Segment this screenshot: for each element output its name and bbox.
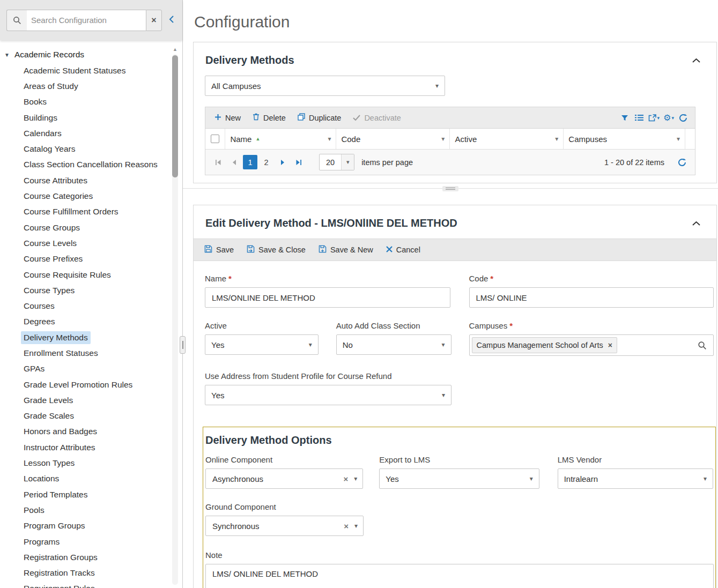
gear-icon[interactable]: ⚙ ▾	[662, 111, 675, 125]
sidebar-item[interactable]: Pools	[0, 502, 182, 518]
auto-add-class-section-dropdown[interactable]: No ▾	[336, 334, 451, 355]
export-icon[interactable]: ▾	[647, 111, 661, 125]
online-component-combobox[interactable]: Asynchronous × ▾	[205, 468, 363, 489]
sidebar-item[interactable]: Calendars	[0, 125, 182, 141]
search-clear-button[interactable]: ×	[146, 10, 162, 31]
note-textarea[interactable]: LMS/ ONLINE DEL METHOD	[205, 564, 714, 588]
sidebar-item[interactable]: Locations	[0, 471, 182, 487]
first-page-button[interactable]	[211, 155, 225, 169]
clear-icon[interactable]: ×	[344, 522, 349, 531]
sidebar-item[interactable]: Course Categories	[0, 188, 182, 204]
sidebar-item[interactable]: Course Attributes	[0, 173, 182, 188]
sidebar-item[interactable]: Grade Levels	[0, 392, 182, 408]
use-address-dropdown[interactable]: Yes ▾	[205, 385, 451, 405]
sidebar-item[interactable]: Areas of Study	[0, 78, 182, 94]
column-menu-icon[interactable]: ▾	[555, 135, 558, 143]
sidebar-item[interactable]: Catalog Years	[0, 141, 182, 157]
pager-refresh-icon[interactable]	[675, 155, 690, 170]
sidebar-item[interactable]: Course Fulfillment Orders	[0, 204, 182, 220]
column-label: Name	[230, 135, 251, 144]
ground-component-combobox[interactable]: Synchronous × ▾	[205, 516, 364, 536]
form-row: Use Address from Student Profile for Cou…	[205, 371, 714, 405]
ground-component-label: Ground Component	[205, 502, 364, 511]
previous-page-button[interactable]	[227, 155, 241, 169]
filter-icon[interactable]	[618, 111, 631, 125]
sidebar-item[interactable]: Grade Level Promotion Rules	[0, 377, 182, 392]
clear-icon[interactable]: ×	[344, 474, 349, 483]
cancel-button[interactable]: Cancel	[380, 239, 427, 260]
column-menu-icon[interactable]: ▾	[328, 135, 331, 143]
sidebar-item[interactable]: Programs	[0, 534, 182, 549]
delete-button[interactable]: Delete	[247, 107, 292, 128]
page-2-button[interactable]: 2	[259, 155, 273, 169]
save-button[interactable]: Save	[198, 239, 240, 260]
active-dropdown[interactable]: Yes ▾	[205, 334, 319, 355]
sidebar-item[interactable]: Courses	[0, 298, 182, 314]
sidebar-item[interactable]: Class Section Cancellation Reasons	[0, 157, 182, 173]
sidebar-scrollbar-thumb[interactable]	[172, 55, 178, 177]
column-menu-icon[interactable]: ▾	[677, 135, 680, 143]
column-header-code[interactable]: Code ▾	[336, 129, 450, 149]
sidebar-item[interactable]: Requirement Rules	[0, 581, 182, 588]
sidebar-item[interactable]: Course Requisite Rules	[0, 267, 182, 282]
sidebar-resize-handle[interactable]	[180, 336, 186, 354]
delivery-methods-panel: Delivery Methods All Campuses ▾ New	[193, 42, 717, 183]
tree-expand-icon[interactable]: ▼	[4, 52, 14, 58]
sidebar-item[interactable]: Books	[0, 94, 182, 110]
sidebar-item-delivery-methods[interactable]: Delivery Methods	[0, 330, 182, 345]
duplicate-button[interactable]: Duplicate	[292, 107, 347, 128]
campuses-input[interactable]: Campus Management School of Arts ×	[469, 334, 714, 356]
sidebar-item[interactable]: Buildings	[0, 110, 182, 125]
sidebar-item[interactable]: Lesson Types	[0, 455, 182, 471]
new-button[interactable]: New	[209, 107, 247, 128]
sidebar-item[interactable]: Grade Scales	[0, 408, 182, 424]
collapse-panel-button[interactable]	[690, 218, 702, 228]
export-to-lms-dropdown[interactable]: Yes ▾	[379, 468, 539, 489]
save-and-close-button[interactable]: Save & Close	[240, 239, 312, 260]
required-asterisk: *	[509, 321, 513, 330]
select-all-checkbox[interactable]	[211, 135, 219, 143]
campus-filter-dropdown[interactable]: All Campuses ▾	[205, 76, 445, 96]
column-header-campuses[interactable]: Campuses ▾	[564, 129, 685, 149]
column-menu-icon[interactable]: ▾	[441, 135, 445, 143]
deactivate-button-label: Deactivate	[364, 114, 401, 122]
sidebar-item[interactable]: Course Groups	[0, 220, 182, 235]
sidebar-item[interactable]: Degrees	[0, 314, 182, 330]
remove-tag-icon[interactable]: ×	[608, 341, 612, 349]
name-input[interactable]	[205, 287, 450, 308]
column-chooser-icon[interactable]	[633, 111, 646, 125]
sidebar-item[interactable]: Course Types	[0, 282, 182, 298]
code-input[interactable]	[469, 287, 714, 308]
tree-node-academic-records[interactable]: ▼ Academic Records	[0, 47, 182, 63]
sidebar-item[interactable]: Course Prefixes	[0, 251, 182, 267]
search-input[interactable]	[27, 10, 146, 31]
sidebar-item[interactable]: Academic Student Statuses	[0, 63, 182, 78]
deactivate-button[interactable]: Deactivate	[347, 107, 407, 128]
tree-item-label: Course Prefixes	[21, 252, 85, 265]
save-and-new-button[interactable]: Save & New	[312, 239, 380, 260]
scrollbar-up-icon[interactable]: ▲	[173, 47, 177, 52]
collapse-panel-button[interactable]	[690, 55, 702, 65]
page-1-button[interactable]: 1	[243, 155, 257, 169]
sidebar-item[interactable]: Course Levels	[0, 235, 182, 251]
sidebar-collapse-button[interactable]	[164, 10, 178, 31]
sidebar-item[interactable]: GPAs	[0, 361, 182, 377]
splitter-grip-icon[interactable]	[442, 186, 458, 191]
sidebar-item[interactable]: Enrollment Statuses	[0, 345, 182, 361]
column-header-name[interactable]: Name ▲ ▾	[225, 129, 336, 149]
last-page-button[interactable]	[291, 155, 306, 169]
campus-search-icon[interactable]	[698, 341, 707, 350]
main-content: Configuration Delivery Methods All Campu…	[183, 0, 718, 588]
panel-splitter[interactable]	[183, 183, 718, 205]
sidebar-item[interactable]: Instructor Attributes	[0, 440, 182, 455]
sidebar-item[interactable]: Registration Tracks	[0, 565, 182, 581]
sidebar-item[interactable]: Period Templates	[0, 487, 182, 502]
sidebar-item[interactable]: Honors and Badges	[0, 424, 182, 440]
sidebar-item[interactable]: Registration Groups	[0, 549, 182, 565]
column-header-active[interactable]: Active ▾	[450, 129, 564, 149]
lms-vendor-dropdown[interactable]: Intralearn ▾	[558, 468, 713, 489]
refresh-icon[interactable]	[677, 111, 690, 125]
next-page-button[interactable]	[275, 155, 290, 169]
sidebar-item[interactable]: Program Groups	[0, 518, 182, 534]
page-size-dropdown[interactable]: 20 ▾	[319, 154, 354, 170]
